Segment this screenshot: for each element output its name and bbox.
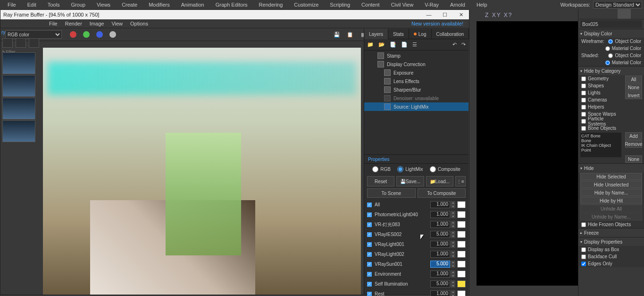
light-color-swatch[interactable]: [457, 211, 466, 218]
light-name[interactable]: Self Illumination: [375, 281, 430, 287]
hide-all-button[interactable]: All: [625, 76, 642, 83]
display-color-header[interactable]: Display Color: [578, 29, 644, 38]
new-version-link[interactable]: New version available!: [408, 21, 469, 26]
light-name[interactable]: VRayIES002: [375, 232, 430, 237]
vfb-titlebar[interactable]: Ray Frame Buffer - [94.5% of 1000 x 750]…: [0, 10, 469, 19]
hierarchy-tab-icon[interactable]: [605, 9, 618, 19]
unhide-by-name-button[interactable]: Unhide by Name...: [580, 213, 642, 220]
freeze-header[interactable]: Freeze: [578, 228, 644, 237]
red-channel-button[interactable]: [67, 29, 79, 40]
mode-composite[interactable]: Composite: [430, 166, 460, 172]
light-checkbox[interactable]: ✓: [367, 222, 372, 227]
tab-stats[interactable]: Stats: [388, 29, 409, 39]
modify-tab-icon[interactable]: [592, 9, 605, 19]
hide-cat-checkbox[interactable]: [581, 76, 586, 81]
edges-only-checkbox[interactable]: [581, 262, 586, 266]
tab-layers[interactable]: Layers: [364, 29, 388, 39]
shaded-obj-radio[interactable]: [608, 53, 613, 58]
spinner[interactable]: ▴▾: [451, 251, 455, 258]
layer-icon-3[interactable]: 📑: [390, 42, 396, 48]
mode-rgb[interactable]: RGB: [372, 166, 391, 172]
hide-invert-button[interactable]: Invert: [625, 92, 642, 99]
light-color-swatch[interactable]: [457, 221, 466, 228]
light-checkbox[interactable]: ✓: [367, 242, 372, 247]
bone-listbox[interactable]: CAT BoneBoneIK Chain ObjectPoint: [580, 133, 621, 157]
light-value-field[interactable]: 1.000: [430, 211, 450, 218]
create-tab-icon[interactable]: [578, 9, 592, 19]
light-value-field[interactable]: 1.000: [430, 251, 450, 258]
light-color-swatch[interactable]: [457, 251, 466, 258]
light-value-field[interactable]: 5.000: [430, 261, 450, 268]
menu-views[interactable]: Views: [91, 0, 116, 9]
spinner[interactable]: ▴▾: [451, 290, 455, 296]
hide-category-header[interactable]: Hide by Category: [578, 67, 644, 75]
tree-item[interactable]: Denoiser: unavailable: [364, 94, 468, 102]
tree-item[interactable]: Lens Effects: [364, 77, 468, 85]
unhide-all-button[interactable]: Unhide All: [580, 205, 642, 212]
light-name[interactable]: All: [375, 202, 430, 207]
tree-item[interactable]: Sharpen/Blur: [364, 85, 468, 94]
object-name-field[interactable]: Box025: [580, 20, 642, 28]
workspace-dropdown[interactable]: Design Standard: [593, 1, 642, 8]
light-name[interactable]: VR-灯光083: [375, 221, 430, 228]
menu-content[interactable]: Content: [356, 0, 385, 9]
light-color-swatch[interactable]: [457, 290, 466, 296]
hide-cat-checkbox[interactable]: [581, 105, 586, 110]
vfb-menu-view[interactable]: View: [108, 21, 126, 26]
light-name[interactable]: Rest: [375, 291, 430, 296]
hide-unselected-button[interactable]: Hide Unselected: [580, 181, 642, 188]
to-composite-button[interactable]: To Composite: [418, 188, 466, 198]
thumbnail-1[interactable]: [2, 52, 35, 74]
light-checkbox[interactable]: ✓: [367, 203, 372, 207]
text-icon[interactable]: [2, 38, 13, 48]
spinner[interactable]: ▴▾: [451, 221, 455, 228]
reset-button[interactable]: Reset: [367, 176, 394, 186]
hide-cat-checkbox[interactable]: [581, 84, 586, 88]
light-name[interactable]: VRayLight002: [375, 252, 430, 257]
hide-header[interactable]: Hide: [578, 164, 644, 172]
save-button[interactable]: 💾Save...: [396, 176, 424, 186]
light-value-field[interactable]: 1.000: [430, 221, 450, 228]
menu-file[interactable]: File: [2, 0, 22, 9]
alpha-channel-button[interactable]: [107, 29, 118, 40]
light-checkbox[interactable]: ✓: [367, 212, 372, 217]
light-color-swatch[interactable]: [457, 231, 466, 238]
menu-arnold[interactable]: Arnold: [444, 0, 471, 9]
display-properties-header[interactable]: Display Properties: [578, 237, 644, 246]
light-color-swatch[interactable]: [457, 280, 466, 288]
light-name[interactable]: PhotometricLight040: [375, 212, 430, 217]
vfb-menu-file[interactable]: File: [45, 21, 61, 26]
menu-tools[interactable]: Tools: [42, 0, 66, 9]
vfb-menu-options[interactable]: Options: [126, 21, 152, 26]
tree-item[interactable]: Display Correction: [364, 60, 468, 68]
light-value-field[interactable]: 1.000: [430, 201, 450, 208]
bone-add-button[interactable]: Add: [625, 132, 642, 140]
maximize-button[interactable]: ☐: [437, 10, 453, 19]
menu-civil-view[interactable]: Civil View: [385, 0, 419, 9]
tab-log[interactable]: Log: [409, 29, 432, 39]
tab-collaboration[interactable]: Collaboration: [432, 29, 469, 39]
backface-cull-checkbox[interactable]: [581, 254, 586, 259]
vfb-menu-render[interactable]: Render: [61, 21, 86, 26]
light-name[interactable]: Environment: [375, 271, 430, 277]
vfb-menu-image[interactable]: Image: [86, 21, 108, 26]
light-checkbox[interactable]: ✓: [367, 232, 372, 237]
save-icon[interactable]: 💾: [331, 29, 343, 40]
spinner[interactable]: ▴▾: [451, 201, 455, 208]
mode-lightmix[interactable]: LightMix: [397, 166, 423, 172]
load-button[interactable]: 📁Load...: [426, 176, 453, 186]
menu-create[interactable]: Create: [116, 0, 143, 9]
axis-indicator[interactable]: Z XY X?: [485, 12, 512, 18]
hide-cat-checkbox[interactable]: [581, 112, 586, 117]
hide-by-hit-button[interactable]: Hide by Hit: [580, 197, 642, 204]
hide-cat-checkbox[interactable]: [581, 126, 586, 131]
spinner[interactable]: ▴▾: [451, 261, 455, 268]
light-checkbox[interactable]: ✓: [367, 252, 372, 257]
utilities-tab-icon[interactable]: [631, 9, 644, 19]
display-as-box-checkbox[interactable]: [581, 247, 586, 252]
spinner[interactable]: ▴▾: [451, 241, 455, 248]
light-color-swatch[interactable]: [457, 201, 466, 208]
main-viewport[interactable]: [477, 21, 578, 286]
list-icon[interactable]: ☰: [412, 42, 417, 48]
spinner[interactable]: ▴▾: [451, 211, 455, 218]
